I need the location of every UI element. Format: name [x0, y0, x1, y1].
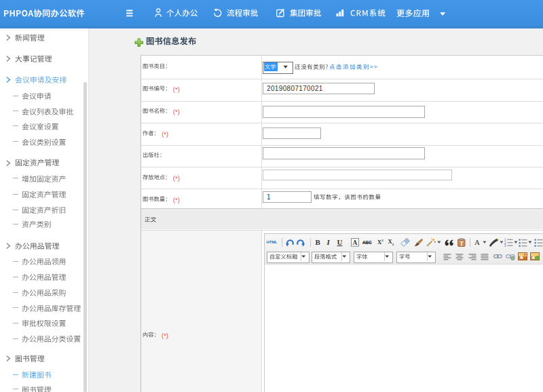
svg-text:A: A	[352, 239, 357, 246]
svg-text:T: T	[460, 240, 464, 247]
svg-text:3: 3	[504, 244, 506, 247]
